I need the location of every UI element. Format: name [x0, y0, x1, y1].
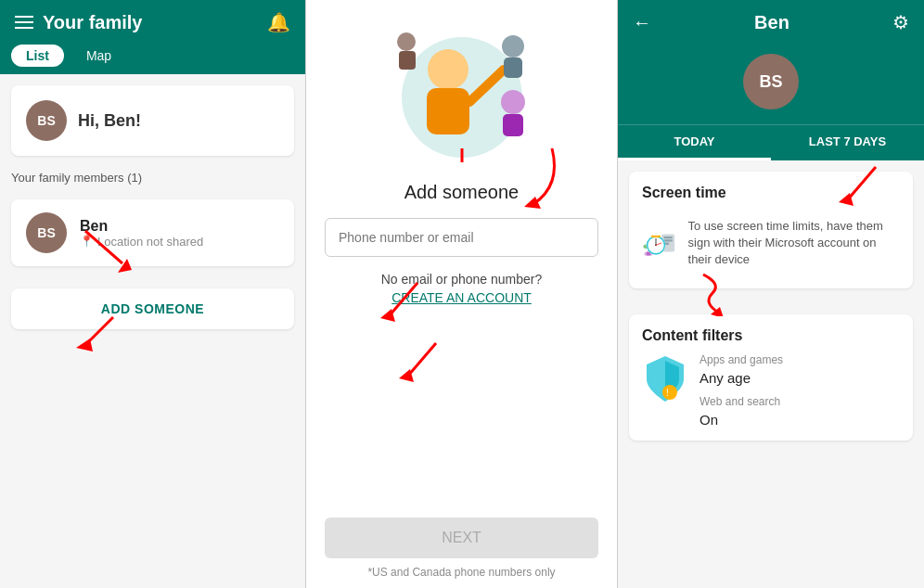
panel-ben: ← Ben ⚙ BS TODAY LAST 7 DAYS Screen time	[618, 0, 924, 588]
hamburger-icon[interactable]	[15, 16, 33, 29]
family-members-label: Your family members (1)	[11, 167, 294, 188]
header-left: Your family	[15, 12, 142, 33]
member-avatar: BS	[26, 212, 67, 253]
svg-rect-38	[651, 236, 660, 237]
svg-marker-15	[524, 197, 541, 209]
member-info: Ben 📍 Location not shared	[80, 218, 203, 249]
location-pin-icon: 📍	[80, 235, 94, 248]
clock-illustration	[642, 211, 677, 275]
apps-games-value: Any age	[699, 370, 783, 386]
next-button[interactable]: NEXT	[325, 518, 598, 558]
avatar: BS	[26, 100, 67, 141]
add-someone-illustration	[369, 19, 555, 167]
panel-your-family: Your family 🔔 List Map BS Hi, Ben! Your …	[0, 0, 306, 588]
svg-marker-17	[380, 309, 395, 322]
screen-time-description: To use screen time limits, have them sig…	[688, 218, 900, 269]
panel3-title: Ben	[754, 12, 789, 33]
add-someone-button[interactable]: ADD SOMEONE	[11, 288, 294, 329]
gear-icon[interactable]: ⚙	[892, 11, 909, 33]
filters-details: Apps and games Any age Web and search On	[699, 353, 783, 428]
bell-icon[interactable]: 🔔	[267, 11, 290, 33]
tab-list[interactable]: List	[11, 45, 64, 67]
svg-rect-6	[427, 88, 469, 134]
member-name: Ben	[80, 218, 203, 235]
svg-rect-9	[504, 58, 522, 78]
svg-point-40	[662, 385, 677, 400]
apps-games-label: Apps and games	[699, 353, 783, 366]
web-search-value: On	[699, 412, 783, 428]
svg-point-8	[502, 35, 524, 58]
tab-map[interactable]: Map	[71, 45, 126, 67]
svg-rect-23	[663, 236, 672, 238]
panel3-body: Screen time	[618, 160, 924, 588]
no-email-text: No email or phone number?	[381, 272, 543, 287]
hi-card: BS Hi, Ben!	[11, 85, 294, 156]
svg-point-12	[501, 90, 525, 114]
panel1-tabs: List Map	[0, 41, 305, 74]
svg-marker-3	[76, 339, 93, 352]
svg-marker-19	[399, 369, 414, 382]
red-arrow-squiggle	[666, 270, 740, 316]
svg-text:!: !	[666, 388, 669, 398]
content-filters-card: Content filters ! Apps and games Any age…	[629, 314, 913, 441]
panel1-body: BS Hi, Ben! Your family members (1) BS B…	[0, 74, 305, 588]
disclaimer-text: *US and Canada phone numbers only	[367, 566, 555, 579]
svg-rect-11	[399, 51, 416, 70]
phone-email-input[interactable]	[325, 218, 598, 257]
panel3-tabs: TODAY LAST 7 DAYS	[618, 124, 924, 160]
screen-time-title: Screen time	[642, 185, 900, 201]
back-icon[interactable]: ←	[633, 12, 651, 33]
panel1-header: Your family 🔔	[0, 0, 305, 41]
tab-today[interactable]: TODAY	[618, 125, 771, 160]
add-someone-title: Add someone	[404, 182, 519, 203]
content-filters-title: Content filters	[642, 327, 900, 344]
svg-rect-24	[663, 239, 672, 241]
screen-time-inner: To use screen time limits, have them sig…	[642, 211, 900, 275]
screen-time-card: Screen time	[629, 172, 913, 288]
avatar-area: BS	[618, 45, 924, 124]
member-location: 📍 Location not shared	[80, 235, 203, 249]
web-search-label: Web and search	[699, 395, 783, 408]
panel3-header: ← Ben ⚙	[618, 0, 924, 45]
svg-line-18	[408, 343, 436, 376]
member-card[interactable]: BS Ben 📍 Location not shared	[11, 199, 294, 266]
red-arrow-create	[380, 334, 455, 390]
shield-illustration: !	[642, 353, 688, 404]
svg-point-10	[397, 32, 416, 51]
ben-avatar: BS	[743, 54, 799, 109]
svg-point-5	[428, 49, 468, 90]
greeting-text: Hi, Ben!	[78, 111, 141, 131]
illustration-area	[369, 19, 555, 167]
content-filters-inner: ! Apps and games Any age Web and search …	[642, 353, 900, 428]
tab-last7days[interactable]: LAST 7 DAYS	[771, 125, 924, 160]
panel1-title: Your family	[43, 12, 142, 33]
panel-add-someone: Add someone No email or phone number? CR…	[306, 0, 618, 588]
svg-rect-13	[503, 114, 523, 136]
create-account-link[interactable]: CREATE AN ACCOUNT	[391, 290, 532, 305]
